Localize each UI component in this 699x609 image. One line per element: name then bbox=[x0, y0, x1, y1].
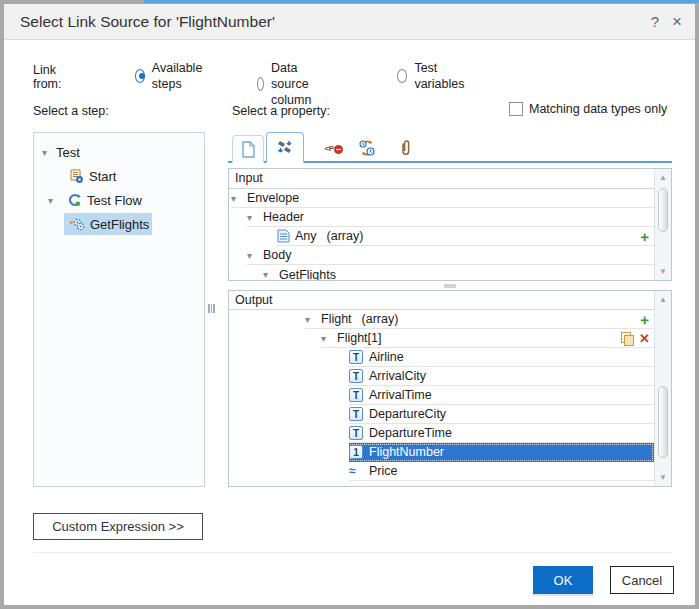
output-scrollbar[interactable]: ▲ ▼ bbox=[654, 291, 671, 486]
checkbox-icon[interactable] bbox=[509, 102, 523, 116]
row-airline[interactable]: T Airline bbox=[349, 348, 654, 367]
input-scrollbar[interactable]: ▲ ▼ bbox=[654, 169, 671, 280]
tree-item-start[interactable]: Start bbox=[68, 165, 116, 187]
row-arrivaltime[interactable]: T ArrivalTime bbox=[349, 386, 654, 405]
scroll-up-icon[interactable]: ▲ bbox=[655, 292, 671, 307]
scroll-down-icon[interactable]: ▼ bbox=[655, 470, 671, 485]
row-departuretime[interactable]: T DepartureTime bbox=[349, 424, 654, 443]
row-envelope[interactable]: ▾ Envelope bbox=[231, 189, 654, 208]
string-type-icon: T bbox=[349, 388, 363, 402]
ok-button[interactable]: OK bbox=[533, 566, 593, 594]
radio-selected-icon[interactable] bbox=[135, 69, 145, 83]
tab-xml-properties[interactable]: <P bbox=[314, 133, 344, 163]
radio-data-source-column[interactable]: Data source column bbox=[257, 60, 318, 108]
row-flight1[interactable]: ▾ Flight[1] ✕ bbox=[321, 329, 654, 348]
expand-arrow-icon[interactable]: ▾ bbox=[305, 314, 321, 325]
title-bar: Select Link Source for 'FlightNumber' ? … bbox=[4, 4, 695, 40]
tab-attachments[interactable] bbox=[392, 133, 418, 163]
link-from-label: Link from: bbox=[33, 63, 61, 91]
splitter-grip-icon bbox=[208, 304, 215, 313]
radio-test-variables[interactable]: Test variables bbox=[397, 60, 468, 92]
tree-item-test-flow[interactable]: ▾ Test Flow bbox=[48, 189, 142, 211]
scrollbar-thumb[interactable] bbox=[658, 386, 668, 458]
row-arrivalcity[interactable]: T ArrivalCity bbox=[349, 367, 654, 386]
start-step-icon bbox=[68, 168, 84, 184]
cancel-button[interactable]: Cancel bbox=[610, 566, 674, 594]
background-window-edge bbox=[144, 0, 699, 3]
property-area: <P Input bbox=[228, 132, 672, 163]
expand-arrow-icon[interactable]: ▾ bbox=[231, 193, 247, 204]
footer-divider bbox=[33, 552, 672, 553]
scroll-down-icon[interactable]: ▼ bbox=[655, 264, 671, 279]
row-header[interactable]: ▾ Header bbox=[247, 208, 654, 227]
row-flight-array[interactable]: ▾ Flight (array) + bbox=[305, 310, 654, 329]
integer-type-icon: 1 bbox=[349, 445, 363, 459]
row-flightnumber-selected[interactable]: 1 FlightNumber bbox=[349, 443, 654, 462]
step-tree-panel: ▾ Test Start ▾ Test Flow bbox=[33, 132, 205, 487]
matching-data-types-checkbox[interactable]: Matching data types only bbox=[509, 102, 667, 116]
decimal-type-icon: ≈ bbox=[349, 464, 365, 478]
property-tabstrip: <P bbox=[228, 132, 672, 163]
tab-io-properties[interactable] bbox=[266, 132, 304, 163]
dialog-title: Select Link Source for 'FlightNumber' bbox=[20, 4, 275, 40]
document-icon bbox=[241, 141, 256, 158]
tab-events[interactable] bbox=[352, 133, 382, 163]
custom-expression-button[interactable]: Custom Expression >> bbox=[33, 513, 203, 540]
tab-schema-document[interactable] bbox=[232, 135, 264, 163]
test-flow-icon bbox=[66, 192, 82, 208]
xml-properties-icon: <P bbox=[324, 144, 333, 153]
select-step-label: Select a step: bbox=[33, 104, 109, 118]
string-type-icon: T bbox=[349, 350, 363, 364]
duplicate-array-item-icon[interactable] bbox=[621, 332, 632, 344]
splitter-grip-icon bbox=[444, 284, 456, 288]
output-panel-title: Output bbox=[229, 291, 654, 310]
expand-arrow-icon[interactable]: ▾ bbox=[42, 147, 56, 158]
expand-arrow-icon[interactable]: ▾ bbox=[263, 269, 279, 280]
expand-arrow-icon[interactable]: ▾ bbox=[247, 212, 263, 223]
service-call-icon bbox=[69, 216, 85, 232]
string-type-icon: T bbox=[349, 369, 363, 383]
radio-unselected-icon[interactable] bbox=[397, 69, 407, 83]
row-price[interactable]: ≈ Price bbox=[349, 462, 654, 481]
expand-arrow-icon[interactable]: ▾ bbox=[247, 250, 263, 261]
add-array-item-icon[interactable]: + bbox=[640, 228, 649, 245]
tree-item-getflights[interactable]: GetFlights bbox=[69, 213, 149, 235]
vertical-splitter[interactable] bbox=[207, 132, 216, 487]
scrollbar-thumb[interactable] bbox=[658, 188, 668, 232]
row-body[interactable]: ▾ Body bbox=[247, 246, 654, 265]
delete-array-item-icon[interactable]: ✕ bbox=[639, 331, 649, 346]
row-getflights[interactable]: ▾ GetFlights bbox=[263, 265, 654, 281]
output-panel: Output ▾ Flight (array) + ▾ Flight[1] ✕ … bbox=[228, 290, 672, 487]
tree-item-test[interactable]: ▾ Test bbox=[42, 141, 80, 163]
row-departurecity[interactable]: T DepartureCity bbox=[349, 405, 654, 424]
add-array-item-icon[interactable]: + bbox=[640, 311, 649, 328]
horizontal-splitter[interactable] bbox=[228, 281, 672, 290]
events-icon bbox=[358, 139, 376, 157]
io-properties-icon bbox=[276, 139, 294, 157]
string-type-icon: T bbox=[349, 407, 363, 421]
input-panel-title: Input bbox=[229, 169, 654, 189]
expand-arrow-icon[interactable]: ▾ bbox=[48, 195, 62, 206]
help-icon[interactable]: ? bbox=[645, 4, 665, 40]
scroll-up-icon[interactable]: ▲ bbox=[655, 170, 671, 185]
radio-available-steps[interactable]: Available steps bbox=[135, 60, 207, 92]
element-doc-icon bbox=[277, 229, 290, 243]
expand-arrow-icon[interactable]: ▾ bbox=[321, 333, 337, 344]
string-type-icon: T bbox=[349, 426, 363, 440]
row-any[interactable]: Any (array) + bbox=[277, 227, 654, 246]
radio-unselected-icon[interactable] bbox=[257, 77, 264, 91]
select-property-label: Select a property: bbox=[232, 104, 330, 118]
select-link-source-dialog: Select Link Source for 'FlightNumber' ? … bbox=[0, 0, 699, 609]
close-icon[interactable]: × bbox=[667, 4, 687, 40]
input-panel: Input ▾ Envelope ▾ Header Any (array) + bbox=[228, 168, 672, 281]
paperclip-icon bbox=[399, 139, 412, 157]
